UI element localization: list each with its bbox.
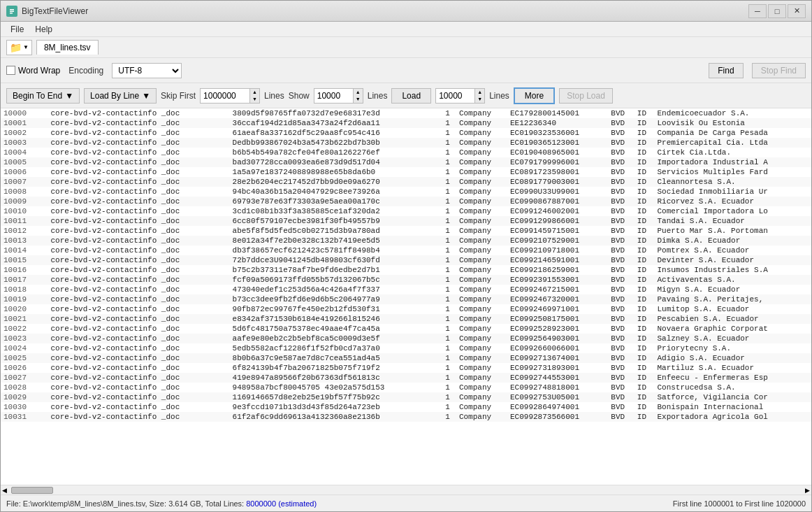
load-lines-spinners: ▲ ▼ [474, 89, 484, 103]
row-line-number: 10004 [1, 148, 48, 157]
load-mode-button[interactable]: Begin To End ▼ [6, 88, 80, 104]
more-button[interactable]: More [514, 87, 555, 104]
load-by-button[interactable]: Load By Line ▼ [84, 88, 157, 104]
row-cell: ID [635, 402, 655, 412]
file-path-label: File: E:\work\temp\8M_lines\8M_lines.tsv… [6, 499, 147, 508]
toolbar: 📁 ▼ 8M_lines.tsv [1, 37, 811, 58]
row-cell: BVD [608, 236, 635, 246]
show-down-button[interactable]: ▼ [353, 96, 363, 103]
row-cell: EC0991299866001 [507, 216, 608, 226]
row-cell: ID [635, 363, 655, 373]
table-row: 10026core-bvd-v2-contactinfo _doc6f82413… [1, 363, 811, 373]
row-cell: 1 [442, 118, 456, 128]
row-cell: BVD [608, 118, 635, 128]
row-cell: core-bvd-v2-contactinfo _doc [48, 197, 229, 206]
minimize-button[interactable]: ─ [748, 4, 767, 18]
data-table-inner[interactable]: 10000core-bvd-v2-contactinfo _doc3809d5f… [1, 108, 811, 485]
scrollbar-thumb-x[interactable] [11, 487, 53, 494]
row-cell: 1169146657d8e2eb25e19bf57f75b92c [230, 392, 443, 402]
row-cell: Company [456, 383, 507, 392]
skip-first-down-button[interactable]: ▼ [249, 96, 259, 103]
table-row: 10016core-bvd-v2-contactinfo _docb75c2b3… [1, 265, 811, 275]
row-cell: core-bvd-v2-contactinfo _doc [48, 157, 229, 167]
table-row: 10001core-bvd-v2-contactinfo _doc36ccaf1… [1, 118, 811, 128]
table-row: 10029core-bvd-v2-contactinfo _doc1169146… [1, 392, 811, 402]
stop-load-button[interactable]: Stop Load [559, 88, 613, 104]
word-wrap-checkbox[interactable] [6, 66, 15, 75]
row-cell: EC0992753U05001 [507, 392, 608, 402]
row-cell: 69793e787e63f73303a9e5aea00a170c [230, 197, 443, 206]
row-cell: Company [456, 187, 507, 197]
row-cell: 8b0b6a37c9e587ae7d8c7cea551ad4a5 [230, 353, 443, 363]
show-input[interactable] [314, 89, 353, 103]
row-cell: Comercial Importadora Lo [654, 206, 811, 216]
stop-find-button[interactable]: Stop Find [752, 63, 806, 78]
table-row: 10030core-bvd-v2-contactinfo _doc9e3fccd… [1, 402, 811, 412]
lines-label: Lines [264, 91, 284, 101]
row-cell: ID [635, 255, 655, 265]
encoding-select[interactable]: UTF-8 [112, 63, 182, 78]
row-cell: ID [635, 392, 655, 402]
horizontal-scrollbar[interactable]: ◀ ▶ [1, 485, 811, 495]
row-cell: ID [635, 236, 655, 246]
load-button[interactable]: Load [391, 88, 431, 104]
menu-file[interactable]: File [6, 23, 28, 36]
row-cell: core-bvd-v2-contactinfo _doc [48, 226, 229, 236]
table-row: 10019core-bvd-v2-contactinfo _docb73cc3d… [1, 294, 811, 304]
row-cell: EC0992469971001 [507, 304, 608, 314]
table-row: 10027core-bvd-v2-contactinfo _doc419e894… [1, 373, 811, 383]
menu-help[interactable]: Help [31, 23, 57, 36]
row-cell: 1 [442, 412, 456, 422]
load-lines-up-button[interactable]: ▲ [474, 89, 484, 96]
row-cell: EC0992873566001 [507, 412, 608, 422]
row-cell: 61f2af6c9dd69613a4132360a8e2136b [230, 412, 443, 422]
status-bar: File: E:\work\temp\8M_lines\8M_lines.tsv… [1, 495, 811, 511]
table-row: 10024core-bvd-v2-contactinfo _doc5edb558… [1, 343, 811, 353]
row-cell: ID [635, 246, 655, 255]
row-cell: Tandai S.A. Ecuador [654, 216, 811, 226]
content-area: 10000core-bvd-v2-contactinfo _doc3809d5f… [1, 108, 811, 495]
word-wrap-checkbox-wrap[interactable]: Word Wrap [6, 66, 60, 76]
lines2-label: Lines [368, 91, 388, 101]
row-cell: EC0992564903001 [507, 334, 608, 343]
folder-icon: 📁 [10, 42, 22, 53]
row-cell: abe5f8f5d5fed5c0b02715d3b9a780ad [230, 226, 443, 236]
row-line-number: 10029 [1, 392, 48, 402]
file-tab[interactable]: 8M_lines.tsv [36, 40, 99, 55]
row-line-number: 10022 [1, 324, 48, 334]
status-left: File: E:\work\temp\8M_lines\8M_lines.tsv… [6, 499, 317, 508]
row-cell: b6b54b549a782cfe04fe80a1262276ef [230, 148, 443, 157]
row-cell: EC0991246002001 [507, 206, 608, 216]
row-cell: 1 [442, 226, 456, 236]
row-cell: core-bvd-v2-contactinfo _doc [48, 402, 229, 412]
row-cell: BVD [608, 177, 635, 187]
row-cell: core-bvd-v2-contactinfo _doc [48, 255, 229, 265]
scroll-left-arrow-icon[interactable]: ◀ [1, 487, 8, 494]
row-cell: fcf09a5069173ffd055b57d132067b5c [230, 275, 443, 285]
row-cell: BVD [608, 255, 635, 265]
row-cell: 1 [442, 236, 456, 246]
row-cell: ID [635, 412, 655, 422]
load-lines-down-button[interactable]: ▼ [474, 96, 484, 103]
table-row: 10021core-bvd-v2-contactinfo _doce8342af… [1, 314, 811, 324]
open-folder-button[interactable]: 📁 ▼ [6, 40, 32, 55]
close-button[interactable]: ✕ [788, 4, 806, 18]
find-button[interactable]: Find [709, 63, 743, 78]
row-cell: EC0190323536001 [507, 128, 608, 138]
row-cell: core-bvd-v2-contactinfo _doc [48, 128, 229, 138]
row-cell: Company [456, 402, 507, 412]
maximize-button[interactable]: □ [768, 4, 786, 18]
scroll-right-arrow-icon[interactable]: ▶ [804, 487, 811, 494]
row-line-number: 10023 [1, 334, 48, 343]
skip-first-up-button[interactable]: ▲ [249, 89, 259, 96]
row-cell: EC1792800145001 [507, 108, 608, 118]
load-lines-input[interactable] [436, 89, 474, 103]
row-cell: BVD [608, 314, 635, 324]
table-row: 10006core-bvd-v2-contactinfo _doc1a5a97e… [1, 167, 811, 177]
skip-first-input[interactable] [201, 89, 249, 103]
table-row: 10008core-bvd-v2-contactinfo _doc94bc40a… [1, 187, 811, 197]
row-cell: aafe9e80eb2c2b5ebf8ca5c0009d3e5f [230, 334, 443, 343]
row-cell: EC0992713674001 [507, 353, 608, 363]
table-body: 10000core-bvd-v2-contactinfo _doc3809d5f… [1, 108, 811, 422]
show-up-button[interactable]: ▲ [353, 89, 363, 96]
